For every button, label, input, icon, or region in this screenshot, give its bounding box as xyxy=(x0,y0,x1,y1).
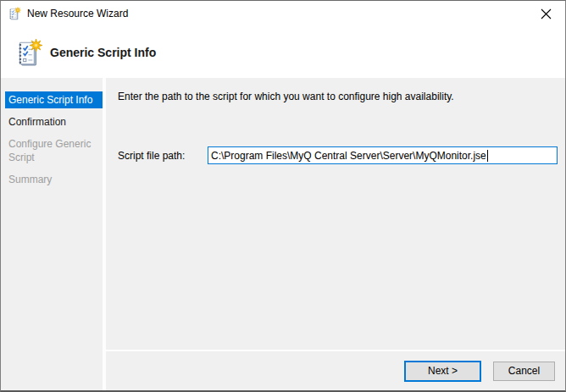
sidebar-item-configure-generic-script: Configure Generic Script xyxy=(1,135,103,166)
sidebar-item-confirmation[interactable]: Confirmation xyxy=(1,113,103,130)
title-bar: New Resource Wizard xyxy=(1,1,565,26)
sidebar-item-generic-script-info[interactable]: Generic Script Info xyxy=(5,91,103,108)
script-file-path-input[interactable]: C:\Program Files\MyQ Central Server\Serv… xyxy=(208,146,558,164)
window-title: New Resource Wizard xyxy=(27,8,128,19)
instruction-text: Enter the path to the script for which y… xyxy=(106,78,565,102)
wizard-button-bar: Next > Cancel xyxy=(106,350,565,390)
page-title: Generic Script Info xyxy=(50,46,156,59)
new-resource-wizard-dialog: New Resource Wizard Generic Script Info … xyxy=(0,0,566,392)
script-path-field-row: Script file path: C:\Program Files\MyQ C… xyxy=(118,146,558,164)
next-button[interactable]: Next > xyxy=(404,361,481,382)
wizard-steps-sidebar: Generic Script Info Confirmation Configu… xyxy=(1,78,103,390)
wizard-content: Enter the path to the script for which y… xyxy=(106,78,565,350)
script-file-path-label: Script file path: xyxy=(118,150,208,162)
wizard-body: Generic Script Info Confirmation Configu… xyxy=(1,78,565,390)
cancel-button[interactable]: Cancel xyxy=(493,362,555,381)
close-icon xyxy=(541,8,552,19)
sidebar-item-summary: Summary xyxy=(1,171,103,188)
close-button[interactable] xyxy=(527,1,565,26)
wizard-page-header: Generic Script Info xyxy=(1,26,565,78)
generic-script-info-icon xyxy=(14,38,43,67)
script-file-path-value: C:\Program Files\MyQ Central Server\Serv… xyxy=(211,150,486,162)
text-caret xyxy=(487,150,488,162)
wizard-main-panel: Enter the path to the script for which y… xyxy=(106,78,565,390)
wizard-notepad-star-icon xyxy=(8,7,21,20)
